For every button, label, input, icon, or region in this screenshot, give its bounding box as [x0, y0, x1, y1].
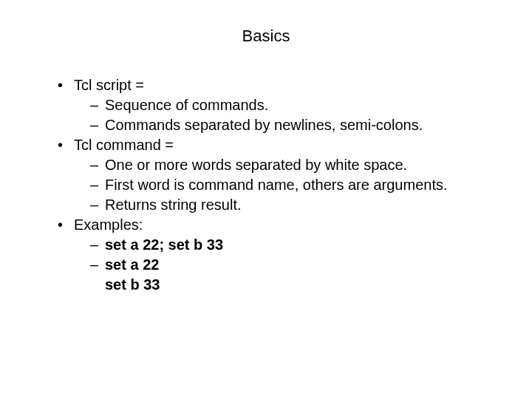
bullet-text: One or more words separated by white spa…: [105, 157, 407, 173]
list-item: Returns string result.: [90, 195, 502, 215]
sub-list: One or more words separated by white spa…: [74, 155, 502, 215]
list-item: One or more words separated by white spa…: [90, 155, 502, 175]
slide-title: Basics: [30, 27, 502, 46]
bullet-text: Commands separated by newlines, semi-col…: [105, 117, 423, 133]
list-item: set a 22; set b 33: [90, 235, 502, 255]
code-example: set b 33: [105, 275, 502, 295]
list-item: set a 22 set b 33: [90, 255, 502, 295]
sub-list: set a 22; set b 33 set a 22 set b 33: [74, 235, 502, 295]
bullet-text: Sequence of commands.: [105, 97, 268, 113]
list-item: Tcl script = Sequence of commands. Comma…: [58, 75, 502, 135]
code-example: set a 22; set b 33: [105, 236, 223, 253]
sub-list: Sequence of commands. Commands separated…: [74, 95, 502, 135]
list-item: Tcl command = One or more words separate…: [58, 135, 502, 215]
slide: Basics Tcl script = Sequence of commands…: [0, 0, 532, 399]
bullet-list: Tcl script = Sequence of commands. Comma…: [30, 75, 502, 295]
bullet-text: Tcl script =: [74, 77, 144, 93]
bullet-text: First word is command name, others are a…: [105, 177, 448, 193]
list-item: Commands separated by newlines, semi-col…: [90, 115, 502, 135]
bullet-text: Examples:: [74, 216, 143, 233]
bullet-text: Returns string result.: [105, 197, 242, 213]
list-item: Examples: set a 22; set b 33 set a 22 se…: [58, 215, 502, 295]
list-item: Sequence of commands.: [90, 95, 502, 115]
bullet-text: Tcl command =: [74, 137, 174, 153]
list-item: First word is command name, others are a…: [90, 175, 502, 195]
code-example: set a 22: [105, 256, 159, 273]
